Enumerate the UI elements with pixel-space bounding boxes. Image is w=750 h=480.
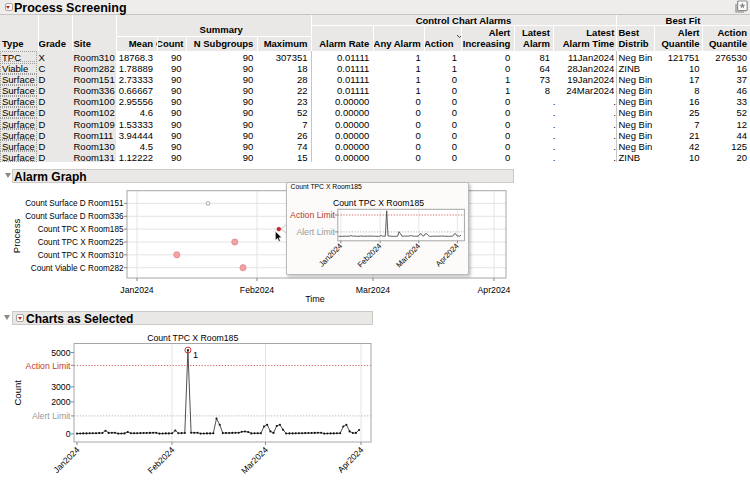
svg-text:2000: 2000	[51, 397, 70, 407]
svg-text:Jan2024: Jan2024	[51, 445, 81, 475]
svg-text:Count: Count	[12, 380, 23, 406]
svg-text:3000: 3000	[51, 382, 70, 392]
svg-text:Alert Limit: Alert Limit	[32, 411, 71, 421]
svg-text:Feb2024: Feb2024	[146, 445, 177, 476]
svg-text:0: 0	[66, 429, 71, 439]
svg-text:Count TPC X Room185: Count TPC X Room185	[147, 333, 238, 343]
svg-text:Apr2024: Apr2024	[336, 445, 366, 475]
svg-text:Mar2024: Mar2024	[239, 445, 270, 476]
svg-text:5000: 5000	[51, 348, 70, 358]
svg-text:Action Limit: Action Limit	[26, 361, 71, 371]
svg-text:1: 1	[193, 350, 198, 360]
